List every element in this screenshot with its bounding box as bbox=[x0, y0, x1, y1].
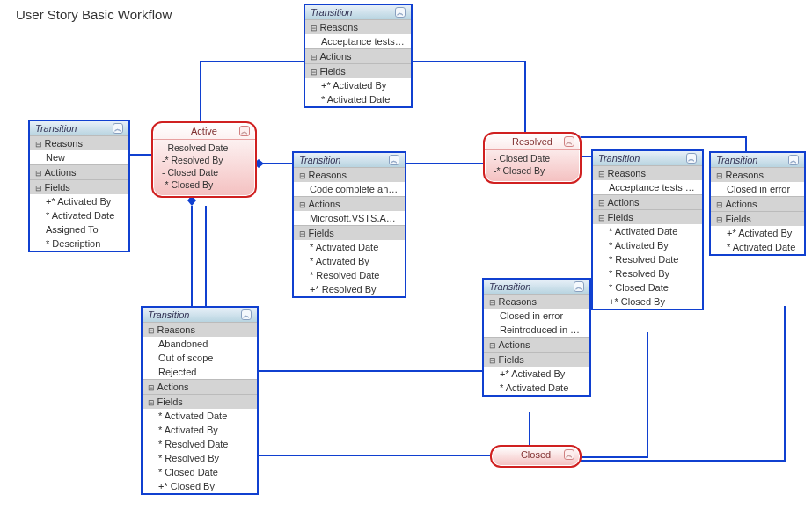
reason-item: Reintroduced in Scope bbox=[484, 323, 589, 337]
field-item: * Activated Date bbox=[711, 240, 804, 254]
section-reasons[interactable]: Reasons bbox=[711, 167, 804, 182]
reason-item: Acceptance tests fail bbox=[305, 34, 411, 48]
section-actions[interactable]: Actions bbox=[305, 48, 411, 63]
collapse-icon[interactable]: ︽ bbox=[574, 281, 584, 292]
collapse-icon[interactable]: ︽ bbox=[564, 449, 574, 460]
section-actions[interactable]: Actions bbox=[711, 196, 804, 211]
reason-item: Out of scope bbox=[143, 351, 257, 365]
section-fields[interactable]: Fields bbox=[711, 211, 804, 226]
transition-closed-error-reintro[interactable]: Transition︽ Reasons Closed in error Rein… bbox=[482, 278, 591, 397]
panel-header: Transition︽ bbox=[294, 153, 405, 167]
collapse-icon[interactable]: ︽ bbox=[113, 123, 123, 134]
reason-item: Closed in error bbox=[484, 309, 589, 323]
collapse-icon[interactable]: ︽ bbox=[564, 136, 574, 147]
panel-title: Transition bbox=[598, 153, 640, 164]
panel-title: Transition bbox=[35, 123, 77, 134]
section-reasons[interactable]: Reasons bbox=[484, 294, 589, 309]
section-fields[interactable]: Fields bbox=[593, 209, 702, 224]
panel-title: Transition bbox=[148, 309, 189, 320]
field-item: * Activated Date bbox=[484, 381, 589, 395]
panel-title: Transition bbox=[311, 7, 352, 18]
field-item: * Activated Date bbox=[294, 240, 405, 254]
state-resolved-body: - Closed Date -* Closed By bbox=[485, 150, 580, 182]
transition-code-complete[interactable]: Transition︽ Reasons Code complete and...… bbox=[292, 151, 406, 298]
collapse-icon[interactable]: ︽ bbox=[788, 155, 799, 165]
field-item: +* Activated By bbox=[484, 367, 589, 381]
section-actions[interactable]: Actions bbox=[143, 379, 257, 394]
reason-item: New bbox=[30, 150, 128, 164]
field-item: +* Activated By bbox=[30, 194, 128, 208]
section-actions[interactable]: Actions bbox=[593, 194, 702, 209]
collapse-icon[interactable]: ︽ bbox=[395, 7, 406, 18]
panel-header: Transition︽ bbox=[143, 308, 257, 322]
collapse-icon[interactable]: ︽ bbox=[686, 153, 697, 164]
field-item: * Activated Date bbox=[30, 208, 128, 222]
field-item: +* Activated By bbox=[305, 78, 411, 92]
field-item: * Activated By bbox=[143, 423, 257, 437]
state-resolved-title: Resolved bbox=[512, 136, 552, 147]
collapse-icon[interactable]: ︽ bbox=[241, 309, 252, 320]
field-item: * Activated Date bbox=[305, 92, 411, 106]
state-active-body: - Resolved Date -* Resolved By - Closed … bbox=[153, 140, 255, 196]
state-active[interactable]: Active ︽ - Resolved Date -* Resolved By … bbox=[151, 121, 257, 198]
section-reasons[interactable]: Reasons bbox=[593, 165, 702, 180]
field-item: * Description bbox=[30, 237, 128, 251]
panel-title: Transition bbox=[716, 155, 757, 165]
field-item: +* Closed By bbox=[593, 295, 702, 309]
reason-item: Closed in error bbox=[711, 182, 804, 196]
state-field: -* Resolved By bbox=[162, 154, 248, 166]
state-active-title: Active bbox=[191, 126, 217, 136]
section-actions[interactable]: Actions bbox=[484, 337, 589, 352]
state-field: - Closed Date bbox=[494, 152, 573, 164]
panel-header: Transition︽ bbox=[711, 153, 804, 167]
section-reasons[interactable]: Reasons bbox=[305, 19, 411, 34]
state-closed-header: Closed ︽ bbox=[492, 447, 580, 462]
field-item: * Resolved Date bbox=[593, 252, 702, 266]
state-field: -* Closed By bbox=[162, 178, 248, 191]
field-item: * Resolved Date bbox=[294, 268, 405, 282]
field-item: * Activated By bbox=[593, 238, 702, 252]
field-item: +* Closed By bbox=[143, 479, 257, 493]
action-item: Microsoft.VSTS.Acti... bbox=[294, 211, 405, 225]
field-item: * Resolved Date bbox=[143, 437, 257, 451]
state-closed[interactable]: Closed ︽ bbox=[490, 445, 582, 468]
section-fields[interactable]: Fields bbox=[484, 352, 589, 367]
section-reasons[interactable]: Reasons bbox=[294, 167, 405, 182]
reason-item: Code complete and... bbox=[294, 182, 405, 196]
section-fields[interactable]: Fields bbox=[143, 394, 257, 409]
transition-new[interactable]: Transition︽ Reasons New Actions Fields +… bbox=[28, 120, 130, 252]
field-item: * Resolved By bbox=[593, 266, 702, 280]
section-actions[interactable]: Actions bbox=[30, 164, 128, 179]
state-resolved[interactable]: Resolved ︽ - Closed Date -* Closed By bbox=[483, 132, 582, 184]
field-item: +* Activated By bbox=[711, 226, 804, 240]
state-field: -* Closed By bbox=[494, 164, 573, 177]
section-actions[interactable]: Actions bbox=[294, 196, 405, 211]
transition-closed-error-to-resolved[interactable]: Transition︽ Reasons Closed in error Acti… bbox=[709, 151, 806, 256]
collapse-icon[interactable]: ︽ bbox=[389, 155, 399, 165]
state-field: - Resolved Date bbox=[162, 142, 248, 154]
state-field: - Closed Date bbox=[162, 166, 248, 178]
panel-header: Transition︽ bbox=[30, 121, 128, 135]
field-item: +* Resolved By bbox=[294, 282, 405, 296]
section-reasons[interactable]: Reasons bbox=[143, 322, 257, 337]
section-fields[interactable]: Fields bbox=[305, 63, 411, 78]
section-fields[interactable]: Fields bbox=[294, 225, 405, 240]
transition-acceptance-fail[interactable]: Transition︽ Reasons Acceptance tests fai… bbox=[304, 4, 413, 108]
state-closed-title: Closed bbox=[521, 449, 551, 460]
transition-acceptance-pass[interactable]: Transition︽ Reasons Acceptance tests p..… bbox=[591, 149, 704, 310]
panel-header: Transition︽ bbox=[593, 151, 702, 165]
field-item: * Activated Date bbox=[143, 409, 257, 423]
section-fields[interactable]: Fields bbox=[30, 179, 128, 194]
section-reasons[interactable]: Reasons bbox=[30, 135, 128, 150]
transition-abandon[interactable]: Transition︽ Reasons Abandoned Out of sco… bbox=[141, 306, 259, 495]
field-item: * Closed Date bbox=[143, 465, 257, 479]
field-item: * Closed Date bbox=[593, 280, 702, 295]
state-active-header: Active ︽ bbox=[153, 123, 255, 140]
field-item: * Activated Date bbox=[593, 224, 702, 238]
panel-title: Transition bbox=[299, 155, 340, 165]
collapse-icon[interactable]: ︽ bbox=[239, 126, 250, 136]
panel-header: Transition︽ bbox=[305, 5, 411, 19]
field-item: Assigned To bbox=[30, 222, 128, 237]
reason-item: Acceptance tests p... bbox=[593, 180, 702, 194]
state-resolved-header: Resolved ︽ bbox=[485, 134, 580, 150]
